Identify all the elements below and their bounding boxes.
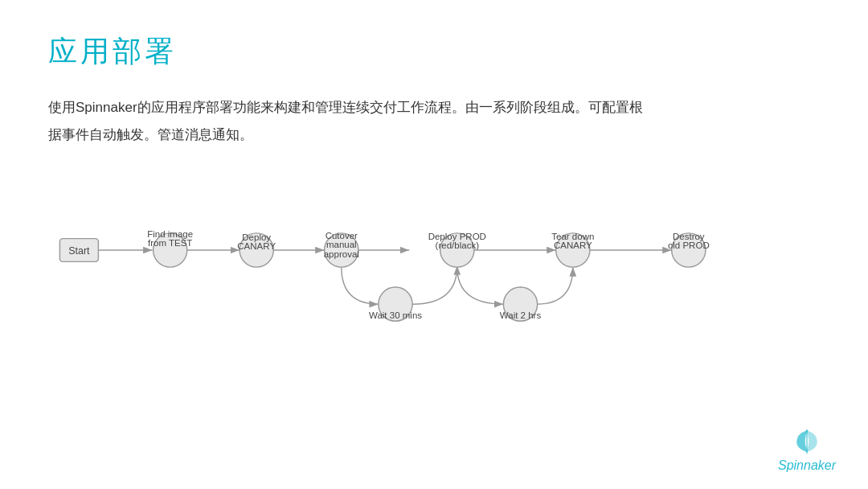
wait30-label: Wait 30 mins <box>369 310 422 320</box>
arrow-wait30-prod <box>412 265 457 304</box>
teardown-label-1: Tear down <box>551 232 594 241</box>
arrow-prod-wait2 <box>457 267 504 304</box>
cutover-label-3: approval <box>324 249 359 259</box>
arrow-cutover-wait30 <box>342 267 379 304</box>
start-label: Start <box>68 245 90 257</box>
spinnaker-brand-text: Spinnaker <box>778 458 836 473</box>
description-line2: 据事件自动触发。管道消息通知。 <box>48 127 253 142</box>
arrow-wait2-teardown <box>538 267 573 304</box>
destroy-prod-label-1: Destroy <box>673 232 705 241</box>
spinnaker-logo-icon <box>787 427 827 455</box>
deploy-canary-label-2: CANARY <box>237 241 276 251</box>
page-description: 使用Spinnaker的应用程序部署功能来构建和管理连续交付工作流程。由一系列阶… <box>48 94 820 149</box>
find-image-label-2: from TEST <box>148 238 192 248</box>
deploy-prod-label-1: Deploy PROD <box>428 232 486 241</box>
find-image-label-1: Find image <box>147 229 193 239</box>
description-line1: 使用Spinnaker的应用程序部署功能来构建和管理连续交付工作流程。由一系列阶… <box>48 100 643 115</box>
wait2hrs-label: Wait 2 hrs <box>500 310 542 320</box>
page-title: 应用部署 <box>48 32 820 72</box>
deploy-prod-label-2: (red/black) <box>436 240 480 250</box>
destroy-prod-label-2: old PROD <box>668 240 710 250</box>
cutover-label-1: Cutover <box>326 231 358 240</box>
spinnaker-logo: Spinnaker <box>778 427 836 473</box>
page-container: 应用部署 使用Spinnaker的应用程序部署功能来构建和管理连续交付工作流程。… <box>0 0 868 489</box>
cutover-label-2: manual <box>326 240 357 249</box>
deploy-canary-label-1: Deploy <box>242 232 271 242</box>
teardown-label-2: CANARY <box>554 240 592 250</box>
pipeline-svg: Start Find image from TEST Deploy CANARY… <box>48 181 820 358</box>
pipeline-diagram: Start Find image from TEST Deploy CANARY… <box>48 181 820 358</box>
